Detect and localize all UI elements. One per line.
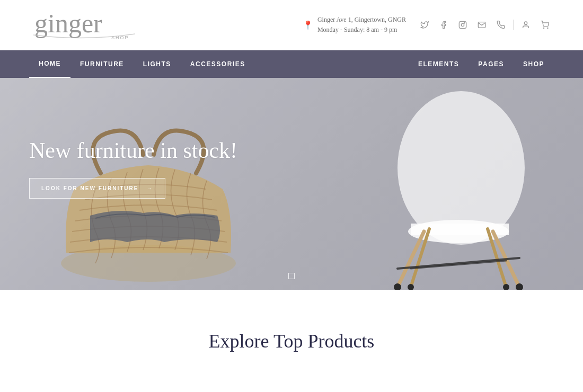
location-icon: 📍 — [303, 20, 313, 30]
svg-rect-2 — [459, 21, 466, 28]
twitter-button[interactable] — [416, 16, 434, 34]
nav-elements[interactable]: ELEMENTS — [409, 50, 469, 78]
email-button[interactable] — [473, 16, 491, 34]
svg-point-4 — [464, 23, 465, 23]
nav-shop[interactable]: SHOP — [514, 50, 554, 78]
account-icon — [522, 21, 530, 29]
nav-right: ELEMENTS PAGES SHOP — [409, 50, 554, 78]
hero-content: New furniture in stock! LOOK FOR NEW FUR… — [0, 138, 267, 199]
brand-name: ginger SHOP — [29, 3, 140, 47]
social-icons — [416, 16, 554, 34]
cart-button[interactable] — [536, 16, 554, 34]
address-line2: Monday - Sunday: 8 am - 9 pm — [317, 25, 406, 35]
cart-icon — [541, 21, 549, 29]
slide-indicator — [288, 273, 295, 279]
nav-lights[interactable]: LIGHTS — [134, 50, 181, 78]
email-icon — [478, 21, 486, 29]
chair-svg — [323, 88, 583, 290]
logo[interactable]: ginger SHOP — [29, 3, 140, 47]
icon-divider — [513, 20, 514, 30]
svg-point-3 — [461, 23, 464, 26]
logo-svg: ginger SHOP — [29, 3, 140, 43]
facebook-button[interactable] — [435, 16, 453, 34]
navbar: HOME FURNITURE LIGHTS ACCESSORIES ELEMEN… — [0, 50, 583, 78]
phone-button[interactable] — [492, 16, 510, 34]
slide-dot[interactable] — [288, 273, 295, 279]
svg-line-17 — [411, 261, 506, 269]
address-block: 📍 Ginger Ave 1, Gingertown, GNGR Monday … — [303, 15, 406, 35]
address-text: Ginger Ave 1, Gingertown, GNGR Monday - … — [317, 15, 406, 35]
top-right-area: 📍 Ginger Ave 1, Gingertown, GNGR Monday … — [303, 15, 554, 35]
bottom-section: Explore Top Products — [0, 290, 583, 392]
nav-furniture[interactable]: FURNITURE — [70, 50, 134, 78]
instagram-button[interactable] — [454, 16, 472, 34]
account-button[interactable] — [517, 16, 535, 34]
nav-pages[interactable]: PAGES — [469, 50, 514, 78]
hero-section: New furniture in stock! LOOK FOR NEW FUR… — [0, 78, 583, 290]
instagram-icon — [458, 21, 467, 29]
nav-left: HOME FURNITURE LIGHTS ACCESSORIES — [29, 50, 409, 78]
top-bar: ginger SHOP 📍 Ginger Ave 1, Gingertown, … — [0, 0, 583, 50]
arrow-icon: → — [147, 185, 153, 191]
svg-text:ginger: ginger — [34, 8, 102, 38]
svg-point-7 — [547, 28, 548, 28]
address-line1: Ginger Ave 1, Gingertown, GNGR — [317, 15, 406, 25]
nav-accessories[interactable]: ACCESSORIES — [181, 50, 255, 78]
nav-home[interactable]: HOME — [29, 50, 70, 78]
svg-point-6 — [543, 28, 544, 28]
hero-cta-label: LOOK FOR NEW FURNITURE — [41, 185, 138, 191]
explore-title: Explore Top Products — [209, 330, 375, 352]
chair-illustration — [318, 88, 583, 290]
facebook-icon — [439, 21, 448, 29]
svg-point-5 — [524, 22, 527, 24]
twitter-icon — [420, 21, 429, 29]
phone-icon — [497, 21, 505, 29]
hero-title: New furniture in stock! — [29, 138, 237, 163]
hero-cta-button[interactable]: LOOK FOR NEW FURNITURE → — [29, 178, 165, 199]
